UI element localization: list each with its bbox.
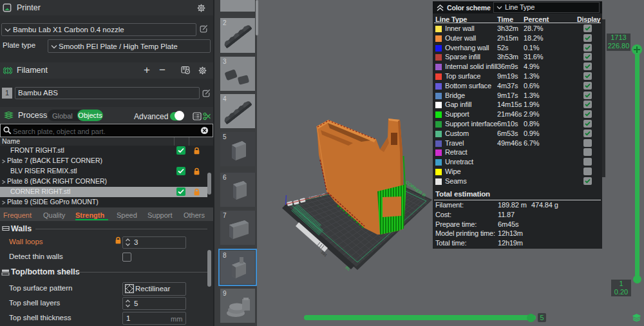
svg-text:101: 101 [320,250,328,258]
